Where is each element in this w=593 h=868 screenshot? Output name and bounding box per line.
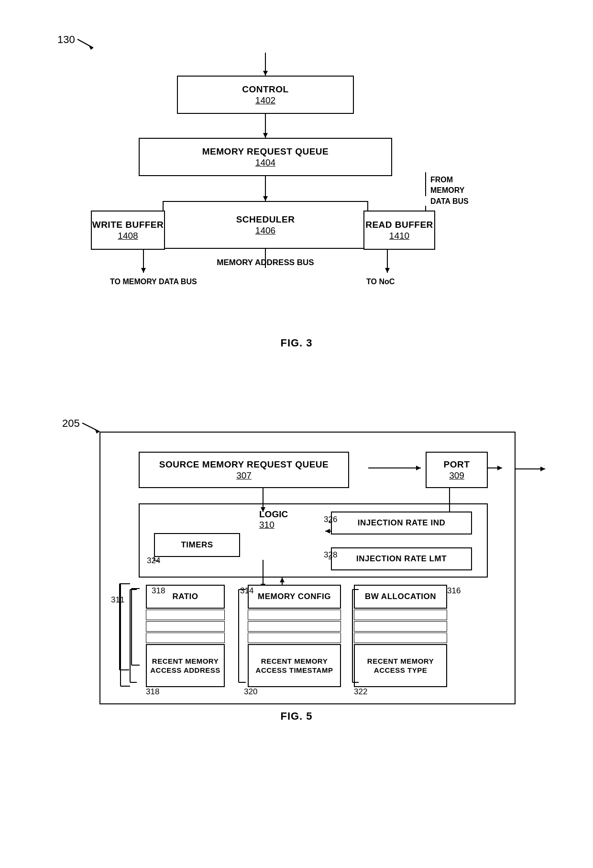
read-buffer-box: READ BUFFER 1410 (363, 211, 435, 250)
inj-rate-ind-box: INJECTION RATE IND (331, 512, 472, 534)
wb-title: WRITE BUFFER (92, 219, 164, 231)
n318-label: 318 (146, 687, 159, 697)
rmat-title: RECENT MEMORYACCESS TIMESTAMP (256, 657, 333, 675)
iri-number-label: 326 (324, 515, 337, 524)
svg-marker-19 (385, 268, 390, 273)
irl-number-label: 328 (324, 550, 337, 560)
svg-marker-3 (263, 71, 268, 76)
svg-marker-61 (280, 578, 285, 582)
n311-label: 311 (111, 595, 124, 605)
inj-rate-lmt-box: INJECTION RATE LMT (331, 547, 472, 570)
rb-title: READ BUFFER (365, 219, 433, 231)
bwa-title: BW ALLOCATION (365, 591, 436, 602)
control-number: 1402 (255, 95, 275, 106)
svg-marker-17 (141, 268, 146, 273)
mc-box: MEMORY CONFIG (248, 585, 341, 609)
timers-box: TIMERS (154, 533, 240, 557)
page: 130 (0, 0, 593, 868)
to-memory-data-bus-label: TO MEMORY DATA BUS (110, 277, 197, 287)
ratio-column: RATIO 318 RECENT MEMORYACCESS ADDRESS (132, 585, 225, 687)
svg-marker-7 (263, 196, 268, 201)
svg-marker-24 (95, 429, 99, 434)
ratio-number: 318 (152, 586, 165, 596)
memory-address-bus-label: MEMORY ADDRESS BUS (215, 257, 316, 268)
rmaa-box: RECENT MEMORYACCESS ADDRESS (146, 644, 225, 687)
mrq-title: MEMORY REQUEST QUEUE (202, 146, 329, 158)
scheduler-number: 1406 (255, 225, 275, 236)
port-box: PORT 309 (426, 452, 488, 488)
timers-title: TIMERS (181, 540, 213, 550)
rmaa-title: RECENT MEMORYACCESS ADDRESS (150, 657, 220, 675)
port-number: 309 (449, 470, 464, 481)
bwa-number: 316 (447, 586, 461, 596)
fig5-label-205: 205 (62, 417, 80, 430)
from-memory-data-bus-label: FROMMEMORYDATA BUS (430, 175, 469, 207)
bw-allocation-column: BW ALLOCATION 316 RECENT MEMORYACCESS TY… (354, 585, 459, 687)
to-noc-label: TO NoC (366, 277, 395, 287)
mc-number: 314 (240, 586, 253, 596)
port-title: PORT (444, 459, 470, 471)
svg-marker-5 (263, 133, 268, 138)
svg-marker-63 (540, 467, 545, 471)
mrq-number: 1404 (255, 157, 275, 168)
control-title: CONTROL (242, 84, 288, 96)
ratio-title: RATIO (172, 591, 198, 602)
svg-line-23 (82, 423, 99, 432)
n320-label: 320 (244, 687, 257, 697)
memory-request-queue-box: MEMORY REQUEST QUEUE 1404 (139, 138, 392, 176)
irl-title: INJECTION RATE LMT (356, 554, 447, 564)
scheduler-title: SCHEDULER (236, 214, 295, 226)
svg-marker-1 (88, 45, 93, 50)
timers-number-label: 324 (147, 556, 160, 566)
mc-title: MEMORY CONFIG (258, 591, 331, 602)
control-box: CONTROL 1402 (177, 76, 354, 114)
n322-label: 322 (354, 687, 367, 697)
bwa-box: BW ALLOCATION (354, 585, 447, 609)
scheduler-box: SCHEDULER 1406 (163, 201, 368, 249)
logic-label-area: LOGIC 310 (259, 509, 288, 530)
rmat-box: RECENT MEMORYACCESS TIMESTAMP (248, 644, 341, 687)
rmat2-box: RECENT MEMORYACCESS TYPE (354, 644, 447, 687)
logic-title: LOGIC (259, 509, 288, 519)
smrq-number: 307 (236, 470, 252, 481)
rmat2-title: RECENT MEMORYACCESS TYPE (367, 657, 434, 675)
wb-number: 1408 (118, 231, 138, 241)
iri-title: INJECTION RATE IND (358, 518, 445, 528)
logic-number: 310 (259, 520, 275, 530)
rb-number: 1410 (389, 231, 409, 241)
fig3-label-130: 130 (57, 33, 75, 46)
smrq-box: SOURCE MEMORY REQUEST QUEUE 307 (139, 452, 349, 488)
write-buffer-box: WRITE BUFFER 1408 (91, 211, 165, 250)
fig3-container: 130 (29, 29, 564, 373)
fig3-title: FIG. 3 (29, 337, 564, 349)
smrq-title: SOURCE MEMORY REQUEST QUEUE (159, 459, 329, 471)
fig5-outer-box: SOURCE MEMORY REQUEST QUEUE 307 PORT 309… (99, 432, 516, 704)
fig5-container: 205 (29, 402, 564, 737)
memory-config-column: MEMORY CONFIG 314 RECENT MEMORYACCESS TI… (239, 585, 344, 687)
logic-area: LOGIC 310 TIMERS 324 INJECTION RATE IND (139, 503, 488, 578)
svg-line-0 (77, 39, 93, 48)
fig5-title: FIG. 5 (29, 710, 564, 723)
